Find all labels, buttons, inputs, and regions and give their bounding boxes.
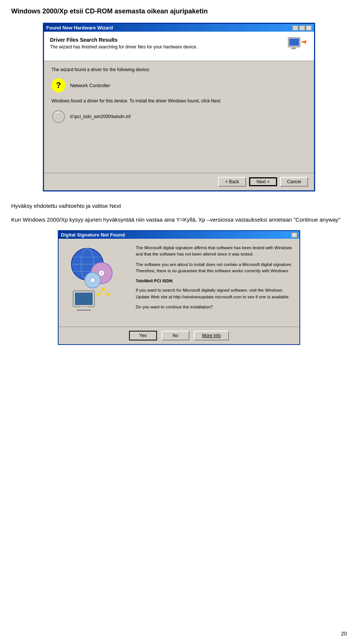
device-name-label: Network Controller [70, 83, 110, 88]
svg-rect-21 [75, 293, 93, 305]
wizard-header-title: Driver Files Search Results [50, 37, 198, 43]
signature-text-area: The Microsoft digital signature affirms … [136, 245, 293, 321]
signature-illustration [65, 245, 128, 319]
page-title: Windows 2000/Xp etsii CD-ROM asemasta oi… [11, 7, 347, 15]
back-button[interactable]: < Back [218, 177, 246, 187]
signature-product-name: TeleWell PCI ISDN [136, 278, 293, 284]
device-row: ? Network Controller [51, 78, 307, 92]
driver-row: d:\pci_isdn_win2000\twisdn.inf [51, 110, 307, 124]
svg-point-19 [91, 278, 95, 282]
signature-question: Do you want to continue the installation… [136, 304, 293, 310]
section1-text: Hyväksy ehdotettu vaihtoehto ja valitse … [11, 203, 347, 209]
svg-rect-1 [289, 39, 299, 46]
wizard-body-line2: Windows found a driver for this device. … [51, 98, 307, 104]
signature-titlebar: Digital Signature Not Found ✕ [59, 231, 299, 239]
wizard-header-text: Driver Files Search Results The wizard h… [50, 37, 198, 50]
signature-title-label: Digital Signature Not Found [61, 232, 125, 238]
wizard-body: The wizard found a driver for the follow… [44, 61, 314, 173]
signature-body: The Microsoft digital signature affirms … [59, 239, 299, 327]
wizard-title-label: Found New Hardware Wizard [46, 25, 113, 31]
svg-rect-2 [292, 47, 295, 48]
signature-para3: If you want to search for Microsoft digi… [136, 287, 293, 300]
wizard-header-desc: The wizard has finished searching for dr… [50, 44, 198, 50]
cancel-button[interactable]: Cancel [280, 177, 308, 187]
close-button[interactable]: ✕ [306, 25, 312, 31]
signature-footer: Yes No More Info [59, 327, 299, 344]
driver-path-label: d:\pci_isdn_win2000\twisdn.inf [70, 114, 131, 119]
wizard-header: Driver Files Search Results The wizard h… [44, 32, 314, 61]
page-number: 20 [341, 631, 347, 637]
wizard-dialog: Found New Hardware Wizard _ □ ✕ Driver F… [43, 23, 315, 191]
signature-illustration-area [65, 245, 130, 321]
signature-para1: The Microsoft digital signature affirms … [136, 245, 293, 258]
svg-rect-23 [77, 310, 91, 311]
signature-dialog: Digital Signature Not Found ✕ [58, 230, 300, 345]
question-icon: ? [51, 78, 66, 92]
cd-icon [51, 110, 66, 124]
svg-rect-5 [302, 41, 305, 43]
wizard-body-line1: The wizard found a driver for the follow… [51, 67, 307, 72]
maximize-button[interactable]: □ [299, 25, 305, 31]
svg-point-8 [58, 116, 59, 117]
next-button[interactable]: Next > [249, 177, 277, 186]
yes-button[interactable]: Yes [129, 331, 157, 340]
no-button[interactable]: No [161, 331, 189, 340]
more-info-button[interactable]: More Info [194, 331, 229, 340]
hardware-icon-area [288, 37, 308, 55]
section2-text: Kun Windows 2000/Xp kysyy ajurien hyväks… [11, 216, 347, 223]
signature-close-button[interactable]: ✕ [291, 232, 297, 238]
svg-rect-3 [291, 48, 296, 49]
wizard-titlebar-buttons: _ □ ✕ [292, 25, 312, 31]
minimize-button[interactable]: _ [292, 25, 298, 31]
signature-para2: The software you are about to install do… [136, 261, 293, 275]
wizard-footer: < Back Next > Cancel [44, 173, 314, 190]
svg-point-17 [100, 272, 103, 274]
wizard-titlebar: Found New Hardware Wizard _ □ ✕ [44, 24, 314, 32]
svg-rect-22 [80, 307, 87, 310]
wizard-content: Driver Files Search Results The wizard h… [44, 32, 314, 190]
hardware-icon [288, 37, 306, 55]
